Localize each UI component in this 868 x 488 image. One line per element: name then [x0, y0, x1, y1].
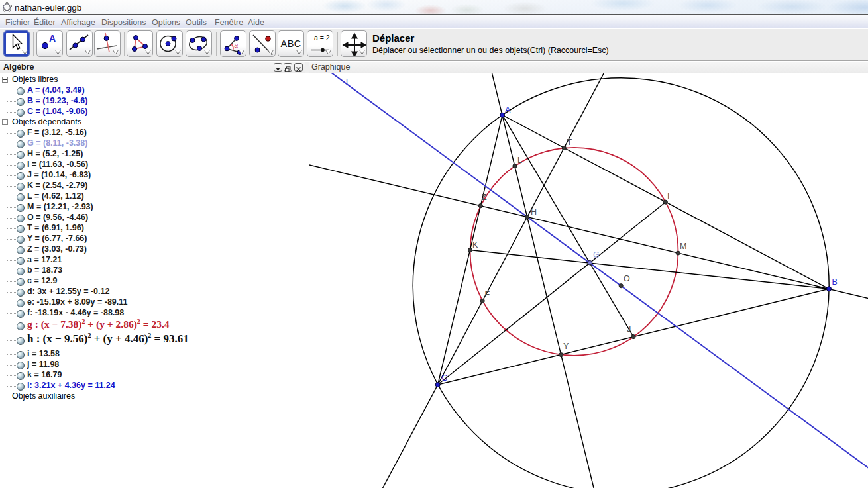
svg-text:O: O [624, 274, 630, 283]
svg-text:Y: Y [563, 342, 569, 351]
svg-text:H: H [531, 207, 537, 217]
svg-text:B: B [832, 277, 838, 287]
svg-text:I: I [667, 191, 669, 201]
svg-text:C: C [442, 373, 448, 383]
svg-text:M: M [680, 242, 686, 251]
svg-text:a = 2: a = 2 [314, 34, 330, 42]
svg-text:G: G [593, 250, 600, 260]
svg-text:l: l [346, 77, 348, 87]
svg-text:F: F [485, 290, 490, 299]
svg-text:Z: Z [482, 193, 487, 202]
svg-text:L: L [517, 156, 522, 165]
svg-text:J: J [627, 324, 631, 334]
svg-text:T: T [567, 138, 572, 147]
svg-text:K: K [472, 240, 478, 250]
svg-text:A: A [505, 105, 511, 115]
